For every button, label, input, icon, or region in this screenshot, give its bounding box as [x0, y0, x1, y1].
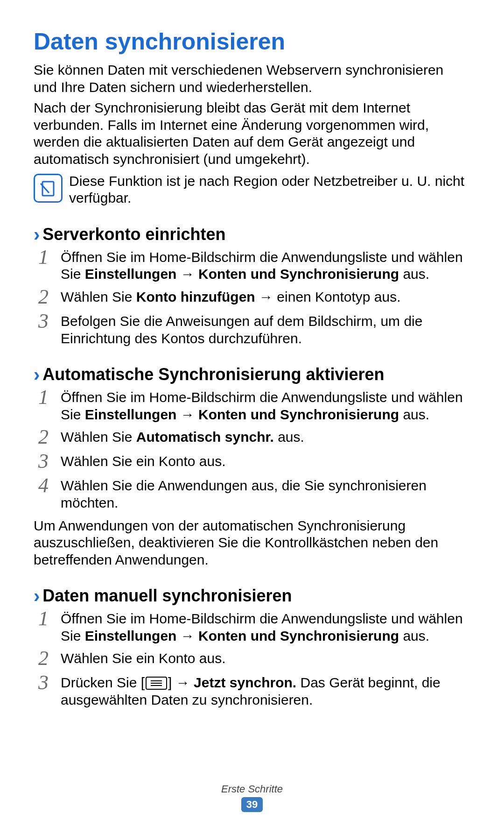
- step-row: 2 Wählen Sie Konto hinzufügen → einen Ko…: [34, 289, 470, 307]
- step-number: 3: [35, 451, 51, 472]
- section-title: Daten manuell synchronisieren: [42, 586, 292, 606]
- section-title: Serverkonto einrichten: [42, 225, 225, 244]
- note-icon: [34, 174, 63, 203]
- step-number: 2: [35, 287, 51, 307]
- step-text: Befolgen Sie die Anweisungen auf dem Bil…: [61, 313, 470, 347]
- manual-page: Daten synchronisieren Sie können Daten m…: [0, 0, 504, 709]
- step-number: 2: [35, 648, 51, 669]
- step-row: 4 Wählen Sie die Anwendungen aus, die Si…: [34, 477, 470, 511]
- step-row: 1 Öffnen Sie im Home-Bildschirm die Anwe…: [34, 249, 470, 283]
- chevron-right-icon: ›: [34, 225, 40, 244]
- note-text: Diese Funktion ist je nach Region oder N…: [69, 173, 470, 207]
- step-row: 3 Wählen Sie ein Konto aus.: [34, 453, 470, 472]
- chevron-right-icon: ›: [34, 365, 40, 384]
- page-footer: Erste Schritte 39: [0, 783, 504, 812]
- svg-rect-0: [42, 182, 54, 196]
- section-heading-autosync: › Automatische Synchronisierung aktivier…: [34, 365, 470, 384]
- step-row: 1 Öffnen Sie im Home-Bildschirm die Anwe…: [34, 389, 470, 423]
- section-title: Automatische Synchronisierung aktivieren: [42, 365, 384, 384]
- page-number-badge: 39: [241, 797, 263, 812]
- step-text: Öffnen Sie im Home-Bildschirm die Anwend…: [61, 389, 470, 423]
- step-number: 1: [35, 608, 51, 629]
- step-number: 1: [35, 387, 51, 408]
- step-row: 3 Drücken Sie [] → Jetzt synchron. Das G…: [34, 674, 470, 708]
- section-heading-manualsync: › Daten manuell synchronisieren: [34, 586, 470, 606]
- step-text: Wählen Sie ein Konto aus.: [61, 453, 470, 470]
- menu-icon: [146, 677, 167, 690]
- intro-paragraph-1: Sie können Daten mit verschiedenen Webse…: [34, 62, 470, 96]
- step-text: Öffnen Sie im Home-Bildschirm die Anwend…: [61, 610, 470, 644]
- step-number: 1: [35, 247, 51, 268]
- step-number: 3: [35, 672, 51, 693]
- section-after-text: Um Anwendungen von der automatischen Syn…: [34, 517, 470, 569]
- step-number: 2: [35, 427, 51, 447]
- section-heading-server: › Serverkonto einrichten: [34, 225, 470, 244]
- step-row: 3 Befolgen Sie die Anweisungen auf dem B…: [34, 313, 470, 347]
- step-number: 4: [35, 475, 51, 496]
- chevron-right-icon: ›: [34, 587, 40, 605]
- intro-paragraph-2: Nach der Synchronisierung bleibt das Ger…: [34, 99, 470, 168]
- footer-section-name: Erste Schritte: [0, 783, 504, 795]
- step-text: Wählen Sie ein Konto aus.: [61, 650, 470, 667]
- step-text: Wählen Sie die Anwendungen aus, die Sie …: [61, 477, 470, 511]
- step-text: Öffnen Sie im Home-Bildschirm die Anwend…: [61, 249, 470, 283]
- step-row: 1 Öffnen Sie im Home-Bildschirm die Anwe…: [34, 610, 470, 644]
- step-text: Wählen Sie Automatisch synchr. aus.: [61, 429, 470, 446]
- step-row: 2 Wählen Sie ein Konto aus.: [34, 650, 470, 669]
- step-text: Drücken Sie [] → Jetzt synchron. Das Ger…: [61, 674, 470, 708]
- step-number: 3: [35, 311, 51, 332]
- step-row: 2 Wählen Sie Automatisch synchr. aus.: [34, 429, 470, 447]
- note-callout: Diese Funktion ist je nach Region oder N…: [34, 173, 470, 207]
- page-title: Daten synchronisieren: [34, 28, 470, 55]
- step-text: Wählen Sie Konto hinzufügen → einen Kont…: [61, 289, 470, 306]
